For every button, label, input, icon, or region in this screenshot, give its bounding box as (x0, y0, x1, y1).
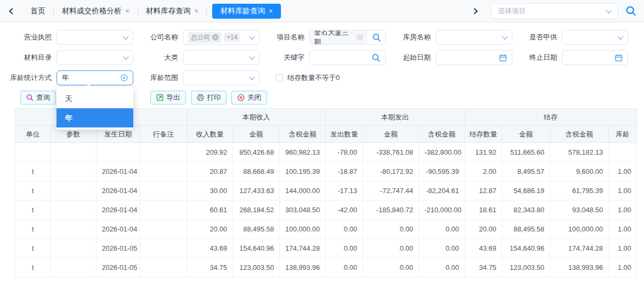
dropdown-option[interactable]: 年 (57, 108, 133, 127)
table-row[interactable]: t2026-01-0460.61268,184.52303,048.50-42.… (15, 201, 637, 220)
tag-close-icon[interactable]: × (212, 34, 219, 41)
close-icon[interactable]: × (269, 7, 273, 15)
close-button[interactable]: 关闭 (231, 91, 267, 105)
column-header[interactable]: 收入数量 (187, 126, 233, 143)
cell: 43.69 (187, 239, 233, 258)
cell: 303,048.50 (280, 201, 326, 220)
tab-label: 材料成交价格分析 (62, 6, 122, 16)
owner-supplied-select[interactable] (562, 30, 628, 45)
clear-icon[interactable] (357, 34, 363, 41)
start-date-input[interactable] (436, 50, 512, 65)
cell: -338,761.08 (363, 143, 419, 162)
cell: 1.00 (609, 258, 637, 277)
cell: 123,003.50 (502, 258, 550, 277)
table-row[interactable]: t2026-01-0430.00127,433.63144,000.00-17.… (15, 181, 637, 201)
keyword-input[interactable] (309, 50, 386, 65)
table-row[interactable]: t2026-01-0543.69154,640.96174,744.280.00… (15, 239, 637, 258)
filter-row-1: 营业执照 公司名称 总公司× +14 项目名称 金石大厦三期 (0, 30, 644, 45)
cell: 2.00 (465, 162, 502, 181)
cell: 100,000.00 (550, 220, 609, 239)
cell (51, 162, 96, 181)
cell: -42.00 (326, 201, 363, 220)
tag-label: 总公司 (191, 33, 210, 42)
cell (140, 258, 187, 277)
column-header[interactable]: 结存数量 (465, 126, 502, 143)
business-license-select[interactable] (57, 30, 133, 45)
calendar-icon (615, 54, 623, 62)
end-date-label: 终止日期 (512, 53, 557, 62)
close-button-label: 关闭 (247, 93, 261, 102)
filter-row-3: 库龄统计方式 年 库龄范围 结存数量不等于0 (0, 70, 644, 85)
column-header[interactable]: 库龄 (609, 126, 637, 143)
printer-icon (197, 94, 204, 101)
column-header[interactable]: 含税金额 (550, 126, 609, 143)
search-icon[interactable] (367, 30, 385, 44)
search-icon[interactable] (372, 53, 381, 62)
table-row[interactable]: 209.92850,426.68960,982.13-78.00-338,761… (15, 143, 637, 162)
column-header[interactable]: 行备注 (140, 126, 187, 143)
project-name-input[interactable]: 金石大厦三期 (309, 30, 386, 45)
query-button[interactable]: 查询 (20, 91, 56, 105)
table-row[interactable]: t2026-01-0420.8788,668.49100,195.39-18.8… (15, 162, 637, 181)
clear-icon[interactable] (120, 74, 128, 82)
cell: 60.61 (187, 201, 233, 220)
nonzero-checkbox[interactable] (276, 74, 283, 82)
company-tag: 总公司× (188, 32, 221, 43)
query-button-label: 查询 (36, 93, 50, 102)
aging-method-select[interactable]: 年 (57, 70, 133, 85)
column-header[interactable]: 含税金额 (280, 126, 326, 143)
search-icon[interactable] (625, 5, 637, 17)
aging-table: 本期收入本期发出结存单位参数发生日期行备注收入数量金额含税金额发出数量金额含税金… (15, 108, 637, 277)
column-header[interactable]: 单位 (15, 126, 51, 143)
dropdown-option[interactable]: 天 (57, 89, 133, 108)
warehouse-label: 库房名称 (386, 33, 431, 42)
chevron-down-icon (502, 34, 508, 39)
cell: 154,640.96 (233, 239, 280, 258)
table-row[interactable]: t2026-01-0420.0088,495.58100,000.000.000… (15, 220, 637, 239)
column-header[interactable]: 金额 (233, 126, 280, 143)
export-icon (156, 94, 164, 101)
cell (140, 201, 187, 220)
cell: 12.87 (465, 181, 502, 201)
back-chevron-icon[interactable] (7, 7, 15, 15)
column-header[interactable]: 金额 (502, 126, 550, 143)
tab-label: 首页 (30, 6, 45, 16)
tab-material-aging-query[interactable]: 材料库龄查询 × (212, 4, 281, 19)
tab-separator (206, 6, 207, 16)
cell: 1.00 (609, 220, 637, 239)
print-button[interactable]: 打印 (191, 91, 227, 105)
column-header[interactable]: 金额 (363, 126, 419, 143)
column-header[interactable]: 发出数量 (326, 126, 363, 143)
warehouse-select[interactable] (436, 30, 512, 45)
cell: 34.75 (187, 258, 233, 277)
search-icon (26, 94, 34, 101)
export-button[interactable]: 导出 (150, 91, 186, 105)
chevron-down-icon (123, 54, 128, 60)
material-catalog-select[interactable] (57, 50, 133, 65)
tab-material-price-analysis[interactable]: 材料成交价格分析 × (54, 6, 138, 16)
tab-bar: 首页 材料成交价格分析 × 材料库存查询 × 材料库龄查询 × 选择项目 (0, 0, 644, 22)
cell: 578,182.13 (550, 143, 609, 162)
cell: 123,003.50 (233, 258, 280, 277)
end-date-input[interactable] (562, 50, 628, 65)
nonzero-filter: 结存数量不等于0 (276, 73, 340, 83)
aging-range-select[interactable] (183, 70, 260, 85)
close-icon[interactable]: × (125, 7, 130, 15)
forward-chevron-icon[interactable] (472, 7, 479, 15)
cell: 82,343.80 (502, 201, 550, 220)
tab-home[interactable]: 首页 (22, 6, 53, 16)
table-row[interactable]: t2026-01-0534.75123,003.50138,993.960.00… (15, 258, 637, 277)
cell: 0.00 (326, 239, 363, 258)
company-select[interactable]: 总公司× +14 (183, 30, 260, 45)
cell: 0.00 (326, 258, 363, 277)
project-select[interactable]: 选择项目 (491, 3, 618, 19)
cell: 0.00 (363, 220, 419, 239)
calendar-icon (499, 54, 507, 62)
column-header[interactable]: 含税金额 (419, 126, 465, 143)
project-value-text: 金石大厦三期 (314, 30, 353, 45)
cell (609, 143, 637, 162)
close-icon[interactable]: × (195, 7, 199, 15)
cell: 9,600.00 (550, 162, 609, 181)
tab-material-stock-query[interactable]: 材料库存查询 × (138, 6, 207, 16)
category-select[interactable] (183, 50, 260, 65)
